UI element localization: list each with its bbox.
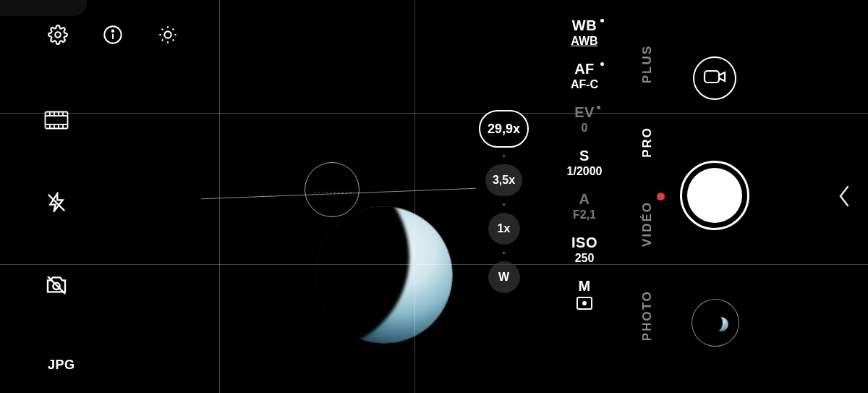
shutter-button[interactable] <box>680 161 749 230</box>
pro-shutter-label: S <box>579 148 590 164</box>
pro-iso-value: 250 <box>575 252 595 265</box>
switch-to-video-button[interactable] <box>693 56 736 100</box>
pro-wb-control[interactable]: WB AWB <box>571 17 597 48</box>
zoom-step-dot <box>503 203 505 206</box>
active-mode-indicator <box>657 193 665 200</box>
brightness-button[interactable] <box>156 23 179 46</box>
pro-af-control[interactable]: AF AF-C <box>571 61 598 91</box>
gear-icon <box>48 25 68 45</box>
metering-icon <box>576 297 592 310</box>
pro-ev-label: EV <box>574 104 595 121</box>
zoom-level-main[interactable]: 1x <box>488 213 520 245</box>
aspect-ratio-button[interactable] <box>45 109 68 132</box>
svg-point-4 <box>164 31 171 38</box>
settings-button[interactable] <box>46 23 69 46</box>
mode-video[interactable]: VIDÉO <box>640 201 655 247</box>
pro-aperture-label: A <box>579 191 590 208</box>
pro-metering-label: M <box>578 278 590 295</box>
grid-hline-2 <box>0 264 868 265</box>
shutter-inner <box>687 168 742 223</box>
zoom-selector[interactable]: 29,9x 3,5x 1x W <box>479 110 529 293</box>
svg-point-0 <box>55 32 60 37</box>
grid-hline-1 <box>0 113 868 114</box>
zoom-level-current[interactable]: 29,9x <box>479 110 529 148</box>
zoom-step-dot <box>503 252 505 254</box>
horizon-level-dots: ·········· <box>314 188 354 195</box>
svg-rect-28 <box>705 71 719 83</box>
info-button[interactable] <box>101 23 124 46</box>
camera-off-icon <box>45 274 68 297</box>
pro-af-label: AF <box>574 61 595 77</box>
mode-plus[interactable]: PLUS <box>640 45 655 83</box>
svg-line-12 <box>173 29 174 30</box>
focus-ring <box>305 162 359 217</box>
viewfinder-subject <box>315 206 453 344</box>
pro-shutter-control[interactable]: S 1/2000 <box>567 148 603 178</box>
pro-af-value: AF-C <box>571 78 598 91</box>
expand-panel-button[interactable] <box>835 184 854 208</box>
mode-pro[interactable]: PRO <box>640 127 655 158</box>
pro-ev-value: 0 <box>582 122 588 135</box>
file-format-toggle[interactable]: JPG <box>48 358 75 373</box>
pro-shutter-value: 1/2000 <box>567 165 603 178</box>
camcorder-icon <box>703 68 726 88</box>
pro-ev-control[interactable]: EV 0 <box>574 104 595 135</box>
gallery-thumbnail-button[interactable] <box>692 299 739 347</box>
raw-toggle-button[interactable] <box>45 274 68 297</box>
svg-point-3 <box>112 30 114 32</box>
flash-button[interactable] <box>45 191 68 214</box>
svg-rect-13 <box>46 112 68 129</box>
sun-icon <box>158 25 178 45</box>
pro-aperture-value: F2,1 <box>573 208 596 221</box>
info-icon <box>103 25 123 45</box>
svg-line-7 <box>162 29 163 30</box>
mode-photo[interactable]: PHOTO <box>640 290 655 341</box>
pro-iso-control[interactable]: ISO 250 <box>571 234 597 265</box>
zoom-step-dot <box>503 155 505 157</box>
pro-iso-label: ISO <box>571 234 597 251</box>
grid-vline-2 <box>414 0 415 393</box>
zoom-level-wide[interactable]: W <box>488 261 520 293</box>
pro-wb-value: AWB <box>571 35 597 48</box>
pro-metering-control[interactable]: M <box>576 278 592 310</box>
svg-line-11 <box>162 40 163 41</box>
pro-wb-label: WB <box>572 17 597 34</box>
horizon-level-line <box>201 188 476 200</box>
svg-line-8 <box>173 40 174 41</box>
filmstrip-icon <box>44 111 69 130</box>
corner-notch <box>0 0 87 16</box>
grid-vline-1 <box>219 0 220 393</box>
zoom-level-tele[interactable]: 3,5x <box>485 164 522 196</box>
chevron-left-icon <box>835 198 854 211</box>
pro-aperture-control[interactable]: A F2,1 <box>573 191 596 221</box>
flash-off-icon <box>46 192 67 214</box>
